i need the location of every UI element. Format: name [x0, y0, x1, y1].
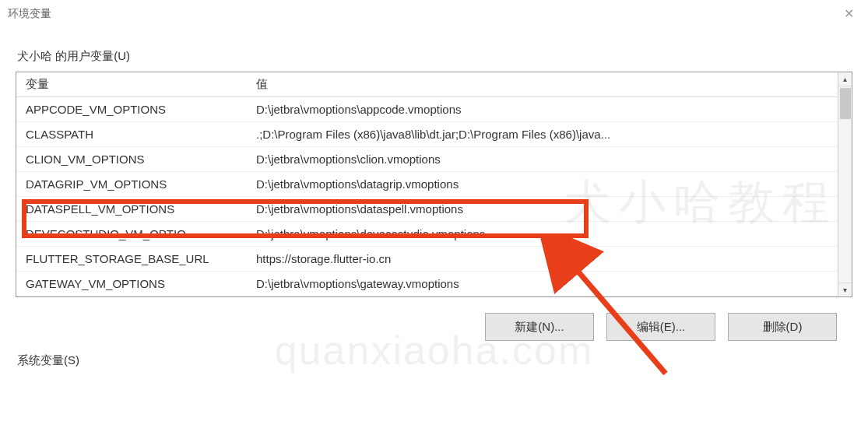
table-row[interactable]: DATAGRIP_VM_OPTIONS D:\jetbra\vmoptions\…: [16, 172, 838, 197]
window-title: 环境变量: [8, 7, 51, 21]
table-body: 变量 值 APPCODE_VM_OPTIONS D:\jetbra\vmopti…: [16, 72, 838, 296]
user-vars-buttons: 新建(N)... 编辑(E)... 删除(D): [16, 313, 852, 341]
system-vars-label: 系统变量(S): [0, 341, 868, 368]
table-row[interactable]: DATASPELL_VM_OPTIONS D:\jetbra\vmoptions…: [16, 197, 838, 222]
scrollbar[interactable]: ▴ ▾: [838, 72, 852, 296]
header-value: 值: [256, 77, 838, 92]
cell-var: GATEWAY_VM_OPTIONS: [16, 277, 256, 290]
cell-var: FLUTTER_STORAGE_BASE_URL: [16, 252, 256, 265]
table-row[interactable]: GATEWAY_VM_OPTIONS D:\jetbra\vmoptions\g…: [16, 272, 838, 296]
table-row[interactable]: DEVECOSTUDIO_VM_OPTIO... D:\jetbra\vmopt…: [16, 222, 838, 247]
scroll-thumb[interactable]: [840, 88, 851, 119]
delete-button[interactable]: 删除(D): [728, 313, 837, 341]
cell-val: https://storage.flutter-io.cn: [256, 252, 838, 265]
cell-var: APPCODE_VM_OPTIONS: [16, 103, 256, 116]
cell-var: DEVECOSTUDIO_VM_OPTIO...: [16, 227, 256, 240]
scroll-up-icon[interactable]: ▴: [838, 72, 852, 86]
user-vars-panel: 犬小哈 的用户变量(U) 变量 值 APPCODE_VM_OPTIONS D:\…: [16, 49, 852, 341]
table-row[interactable]: FLUTTER_STORAGE_BASE_URL https://storage…: [16, 247, 838, 272]
cell-val: D:\jetbra\vmoptions\devecostudio.vmoptio…: [256, 227, 838, 240]
edit-button[interactable]: 编辑(E)...: [606, 313, 715, 341]
table-header: 变量 值: [16, 72, 838, 97]
scroll-down-icon[interactable]: ▾: [838, 282, 852, 296]
header-variable: 变量: [16, 77, 256, 92]
table-row[interactable]: CLASSPATH .;D:\Program Files (x86)\java8…: [16, 122, 838, 147]
new-button[interactable]: 新建(N)...: [485, 313, 594, 341]
cell-val: D:\jetbra\vmoptions\dataspell.vmoptions: [256, 202, 838, 216]
cell-val: D:\jetbra\vmoptions\appcode.vmoptions: [256, 103, 838, 116]
cell-val: D:\jetbra\vmoptions\gateway.vmoptions: [256, 277, 838, 290]
cell-val: D:\jetbra\vmoptions\datagrip.vmoptions: [256, 177, 838, 191]
table-row[interactable]: APPCODE_VM_OPTIONS D:\jetbra\vmoptions\a…: [16, 97, 838, 122]
cell-var: DATAGRIP_VM_OPTIONS: [16, 177, 256, 191]
table-row[interactable]: CLION_VM_OPTIONS D:\jetbra\vmoptions\cli…: [16, 147, 838, 172]
cell-val: D:\jetbra\vmoptions\clion.vmoptions: [256, 153, 838, 166]
cell-var: DATASPELL_VM_OPTIONS: [16, 202, 256, 216]
close-icon[interactable]: ✕: [839, 5, 859, 23]
cell-var: CLASSPATH: [16, 128, 256, 141]
user-vars-label: 犬小哈 的用户变量(U): [16, 49, 852, 68]
user-vars-table: 变量 值 APPCODE_VM_OPTIONS D:\jetbra\vmopti…: [16, 72, 852, 297]
cell-var: CLION_VM_OPTIONS: [16, 153, 256, 166]
title-bar: 环境变量 ✕: [0, 0, 868, 26]
cell-val: .;D:\Program Files (x86)\java8\lib\dt.ja…: [256, 128, 838, 141]
